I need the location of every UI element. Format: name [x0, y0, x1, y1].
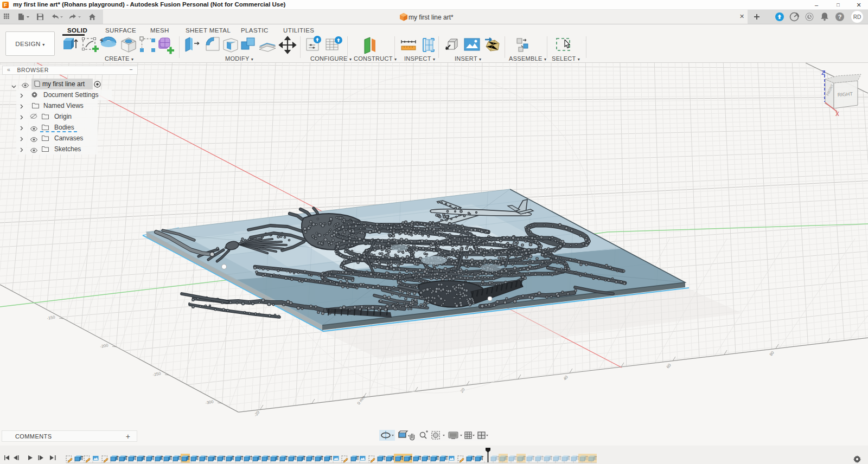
- svg-text:RD: RD: [853, 14, 861, 20]
- svg-text:RIGHT: RIGHT: [837, 91, 853, 98]
- svg-text:?: ?: [838, 14, 842, 20]
- svg-text:Z: Z: [821, 69, 825, 76]
- svg-text:X: X: [835, 111, 839, 117]
